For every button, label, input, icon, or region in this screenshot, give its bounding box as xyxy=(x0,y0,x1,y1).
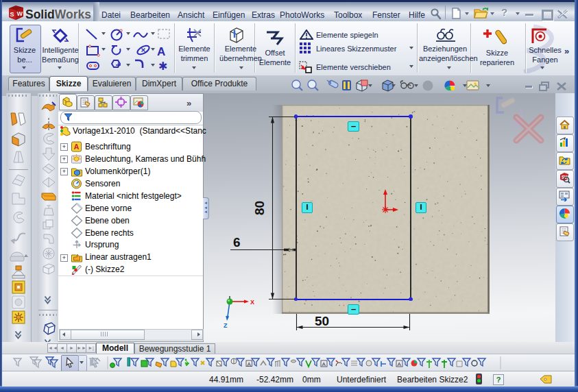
svg-text:A: A xyxy=(398,361,402,367)
svg-text:A: A xyxy=(157,45,165,58)
svg-text:Z: Z xyxy=(224,322,228,329)
svg-text:A: A xyxy=(322,361,326,367)
svg-text:✱: ✱ xyxy=(158,60,167,71)
svg-text:A: A xyxy=(74,143,80,151)
svg-text:X: X xyxy=(250,299,254,306)
svg-text:A: A xyxy=(248,361,252,367)
